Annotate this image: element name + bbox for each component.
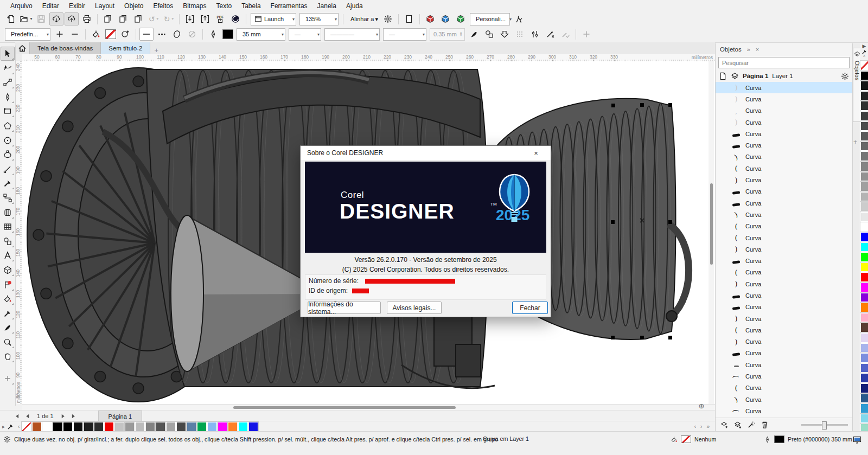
preset-list[interactable]: Predefin...▾ (5, 28, 50, 41)
object-row[interactable]: Curva (716, 290, 852, 301)
color-swatch[interactable] (42, 422, 52, 432)
color-swatch[interactable] (860, 414, 868, 424)
workspace[interactable]: Personali...▾ (470, 13, 510, 25)
rectangle-tool[interactable] (1, 104, 15, 118)
quick-zoom-icon[interactable]: ⊕ (697, 402, 706, 411)
object-row[interactable]: (Curva (716, 221, 852, 232)
color-swatch[interactable] (63, 422, 73, 432)
last-page-button[interactable] (69, 411, 80, 421)
get-more-button[interactable] (49, 12, 63, 25)
end-arrowhead[interactable]: —▾ (383, 28, 426, 41)
menu-ajuda[interactable]: Ajuda (341, 1, 368, 11)
layer-row[interactable]: Página 1 Layer 1 (716, 70, 852, 82)
new-layer-icon[interactable] (720, 421, 728, 429)
artistic-media-tool[interactable] (1, 321, 15, 335)
text-tool[interactable] (1, 248, 15, 262)
color-swatch[interactable] (187, 422, 196, 432)
horizontal-scrollbar[interactable] (22, 404, 715, 410)
color-swatch[interactable] (860, 252, 868, 262)
object-row[interactable]: Curva (716, 128, 852, 139)
color-swatch[interactable] (860, 373, 868, 383)
ellipse-a-button[interactable] (170, 28, 184, 41)
options-button[interactable] (381, 12, 395, 25)
menu-exibir[interactable]: Exibir (64, 1, 90, 11)
color-swatch[interactable] (32, 422, 42, 432)
delete-preset-button[interactable] (68, 28, 82, 41)
object-row[interactable]: )Curva (716, 209, 852, 220)
color-swatch[interactable] (860, 172, 868, 182)
color-swatch[interactable] (114, 422, 124, 432)
color-swatch[interactable] (860, 212, 868, 222)
dimension-tool[interactable] (1, 176, 15, 190)
selection-handle[interactable] (611, 104, 615, 107)
selection-handle[interactable] (640, 103, 644, 107)
object-row[interactable]: Curva (716, 197, 852, 209)
object-row[interactable]: Curva (716, 302, 852, 313)
previous-page-button[interactable] (22, 411, 33, 421)
start-arrowhead[interactable]: —▾ (289, 28, 321, 41)
color-swatch[interactable] (860, 202, 868, 212)
color-swatch[interactable] (860, 182, 868, 191)
color-swatch[interactable] (207, 422, 217, 432)
object-row[interactable]: (Curva (716, 324, 852, 336)
object-row[interactable]: )Curva (716, 278, 852, 290)
vertical-scrollbar[interactable] (709, 61, 714, 404)
color-swatch[interactable] (860, 101, 868, 111)
object-row[interactable]: )Curva (716, 82, 852, 93)
object-row[interactable]: ,Curva (716, 105, 852, 117)
color-swatch[interactable] (176, 422, 186, 432)
dialog-close-icon[interactable]: × (528, 149, 544, 157)
selection-handle[interactable] (668, 220, 672, 224)
color-swatch[interactable] (860, 81, 868, 91)
color-swatch[interactable] (135, 422, 145, 432)
color-swatch[interactable] (228, 422, 238, 432)
interactive-fill-button[interactable] (118, 28, 132, 41)
object-row[interactable]: )Curva (716, 394, 852, 405)
shape-recognition-button[interactable] (512, 12, 526, 25)
object-row[interactable]: (Curva (716, 370, 852, 382)
layer-options-gear-icon[interactable] (841, 72, 849, 80)
color-swatch[interactable] (860, 151, 868, 161)
color-swatch[interactable] (860, 353, 868, 363)
status-gear-icon[interactable] (3, 435, 11, 443)
object-row[interactable]: Curva (716, 255, 852, 266)
menu-arquivo[interactable]: Arquivo (5, 1, 37, 11)
fill-none-swatch[interactable] (681, 435, 691, 443)
selection-handle[interactable] (611, 336, 615, 339)
horizontal-ruler[interactable]: milímetros506070809010011012013014015016… (22, 54, 715, 62)
polygon-tool[interactable] (1, 119, 15, 133)
color-swatch[interactable] (860, 283, 868, 292)
color-proof-monitor-icon[interactable] (853, 435, 861, 444)
object-row[interactable]: )Curva (716, 336, 852, 348)
color-swatch[interactable] (860, 394, 868, 403)
welcome-home-tab[interactable] (15, 42, 30, 54)
cloud-sync-button[interactable] (65, 12, 79, 25)
menu-bitmaps[interactable]: Bitmaps (178, 1, 211, 11)
palette-scroll-right-icon[interactable]: › (698, 424, 704, 430)
outline-status-icon[interactable] (764, 436, 771, 443)
projected-shape-tool[interactable] (1, 263, 15, 277)
paste-button[interactable] (131, 12, 145, 25)
corel-cloud-button[interactable] (228, 12, 242, 25)
zoom-level-caret-icon[interactable]: ▾ (332, 17, 337, 22)
new-tab-button[interactable]: + (150, 46, 162, 54)
outline-width[interactable]: 35 mm▾ (237, 28, 285, 41)
view-3d-red-button[interactable] (423, 12, 437, 25)
color-swatch[interactable] (860, 333, 868, 343)
color-swatch[interactable] (94, 422, 104, 432)
publish-pdf-button[interactable] (213, 12, 227, 25)
color-swatch[interactable] (248, 422, 258, 432)
connector-tool[interactable] (1, 191, 15, 205)
object-row[interactable]: )Curva (716, 174, 852, 185)
hscroll-thumb[interactable] (233, 406, 456, 409)
color-swatch[interactable] (104, 422, 114, 432)
ink-tool[interactable] (1, 90, 15, 104)
miter-limit[interactable]: 0.35 mm▲▼ (430, 28, 465, 41)
bezier-tool[interactable] (1, 75, 15, 89)
color-swatch[interactable] (860, 403, 868, 413)
color-swatch[interactable] (860, 313, 868, 323)
legal-notices-button[interactable]: Avisos legais... (387, 302, 442, 314)
palette-eyedropper-icon[interactable] (7, 423, 14, 430)
color-swatch[interactable] (73, 422, 83, 432)
snap-to[interactable]: Alinhar a▾ (346, 13, 380, 25)
